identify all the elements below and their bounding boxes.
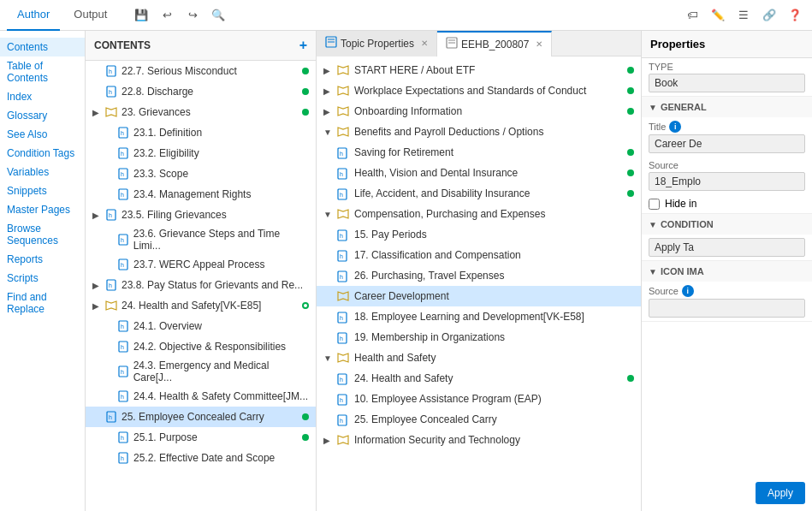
- nav-toc[interactable]: Table of Contents: [0, 56, 85, 87]
- expand-arrow[interactable]: ▶: [323, 107, 337, 116]
- tab-close-icon[interactable]: ✕: [536, 39, 542, 49]
- nav-snippets[interactable]: Snippets: [0, 181, 85, 200]
- list-item[interactable]: h 22.8. Discharge: [86, 81, 316, 102]
- file-icon: h: [104, 280, 118, 290]
- toc-item[interactable]: h 24. Health and Safety: [317, 368, 641, 389]
- main-layout: Contents Table of Contents Index Glossar…: [0, 31, 812, 511]
- nav-reports[interactable]: Reports: [0, 250, 85, 269]
- list-item[interactable]: h 24.2. Objective & Responsibilities: [86, 336, 316, 357]
- toc-item[interactable]: h 18. Employee Learning and Development[…: [317, 306, 641, 327]
- expand-arrow[interactable]: ▼: [323, 128, 337, 137]
- toc-item[interactable]: h 10. Employee Assistance Program (EAP): [317, 389, 641, 409]
- title-value[interactable]: Career De: [649, 134, 805, 153]
- redo-icon[interactable]: ↪: [182, 5, 203, 26]
- list-item[interactable]: h 23.3. Scope: [86, 163, 316, 184]
- toc-item[interactable]: h 25. Employee Concealed Carry: [317, 409, 641, 430]
- nav-glossary[interactable]: Glossary: [0, 106, 85, 125]
- undo-icon[interactable]: ↩: [157, 5, 177, 26]
- list-item[interactable]: h 23.2. Eligibility: [86, 143, 316, 163]
- svg-text:h: h: [109, 68, 112, 74]
- nav-find-replace[interactable]: Find and Replace: [0, 288, 85, 318]
- nav-index[interactable]: Index: [0, 87, 85, 106]
- list-item[interactable]: h 25.1. Purpose: [86, 427, 316, 448]
- list-item[interactable]: h 25. Employee Concealed Carry: [86, 407, 316, 427]
- toc-item[interactable]: ▶ START HERE / About ETF: [317, 60, 641, 80]
- expand-arrow[interactable]: ▶: [323, 436, 337, 445]
- save-icon[interactable]: 💾: [131, 5, 151, 26]
- help-icon[interactable]: ❓: [785, 5, 805, 26]
- list-item[interactable]: ▶ 24. Health and Safety[VK-E85]: [86, 295, 316, 316]
- file-icon: h: [337, 188, 351, 199]
- source-value[interactable]: 18_Emplo: [649, 172, 805, 191]
- nav-condition-tags[interactable]: Condition Tags: [0, 144, 85, 163]
- hide-in-checkbox[interactable]: [649, 199, 660, 210]
- status-dot: [627, 190, 634, 197]
- nav-contents[interactable]: Contents: [0, 38, 85, 56]
- list-item[interactable]: h 23.6. Grievance Steps and Time Limi...: [86, 225, 316, 254]
- book-icon: [337, 209, 351, 219]
- toc-label: 17. Classification and Compensation: [354, 249, 521, 261]
- toc-item[interactable]: h 19. Membership in Organizations: [317, 327, 641, 348]
- toc-item[interactable]: ▶ Onboarding Information: [317, 101, 641, 122]
- toc-item[interactable]: ▼ Compensation, Purchasing and Expenses: [317, 204, 641, 224]
- nav-scripts[interactable]: Scripts: [0, 269, 85, 288]
- apply-button[interactable]: Apply: [756, 482, 805, 504]
- nav-variables[interactable]: Variables: [0, 163, 85, 181]
- list-item[interactable]: h 23.1. Definition: [86, 122, 316, 143]
- edit-icon[interactable]: ✏️: [708, 5, 728, 26]
- condition-section-header[interactable]: ▼ CONDITION: [642, 214, 812, 235]
- expand-arrow[interactable]: ▼: [323, 210, 337, 219]
- list-item[interactable]: ▶ 23. Grievances: [86, 102, 316, 122]
- list-icon[interactable]: ☰: [733, 5, 754, 26]
- nav-browse-sequences[interactable]: Browse Sequences: [0, 219, 85, 250]
- icon-image-section-header[interactable]: ▼ ICON IMA: [642, 261, 812, 282]
- add-topic-button[interactable]: +: [299, 38, 307, 53]
- hide-in-row: Hide in: [642, 194, 812, 213]
- tab-output[interactable]: Output: [63, 0, 117, 31]
- link-icon[interactable]: 🔗: [759, 5, 779, 26]
- toc-item[interactable]: h 15. Pay Periods: [317, 224, 641, 245]
- tab-topic-properties[interactable]: Topic Properties ✕: [317, 31, 437, 56]
- toc-item[interactable]: ▼ Benefits and Payroll Deductions / Opti…: [317, 122, 641, 142]
- toc-item[interactable]: ▶ Workplace Expectations and Standards o…: [317, 80, 641, 101]
- list-item[interactable]: ▶ h 23.8. Pay Status for Grievants and R…: [86, 275, 316, 295]
- list-item[interactable]: h 24.3. Emergency and Medical Care[J...: [86, 357, 316, 386]
- list-item[interactable]: h 22.7. Serious Misconduct: [86, 61, 316, 81]
- tab-eehb[interactable]: EEHB_200807 ✕: [437, 31, 552, 56]
- expand-arrow[interactable]: ▶: [323, 66, 337, 75]
- toc-item[interactable]: h 26. Purchasing, Travel Expenses: [317, 265, 641, 286]
- icon-source-value[interactable]: [649, 299, 805, 318]
- svg-text:h: h: [340, 315, 343, 321]
- file-icon: h: [104, 210, 118, 220]
- expand-arrow[interactable]: ▼: [323, 354, 337, 363]
- nav-master-pages[interactable]: Master Pages: [0, 200, 85, 219]
- toc-item[interactable]: h 17. Classification and Compensation: [317, 245, 641, 265]
- item-label: 23. Grievances: [122, 106, 191, 118]
- expand-arrow[interactable]: ▶: [92, 211, 104, 220]
- item-label: 24.4. Health & Safety Committee[JM...: [133, 390, 308, 402]
- toc-item[interactable]: Career Development: [317, 286, 641, 306]
- general-section-header[interactable]: ▼ GENERAL: [642, 97, 812, 117]
- tab-close-icon[interactable]: ✕: [421, 39, 428, 48]
- list-item[interactable]: h 23.7. WERC Appeal Process: [86, 254, 316, 275]
- list-item[interactable]: ▶ h 23.5. Filing Grievances: [86, 205, 316, 225]
- toc-item[interactable]: ▼ Health and Safety: [317, 348, 641, 368]
- expand-arrow[interactable]: ▶: [92, 108, 104, 117]
- tag-icon[interactable]: 🏷: [682, 5, 702, 26]
- list-item[interactable]: h 25.2. Effective Date and Scope: [86, 448, 316, 468]
- toc-item[interactable]: h Health, Vision and Dental Insurance: [317, 163, 641, 183]
- list-item[interactable]: h 24.1. Overview: [86, 316, 316, 336]
- toc-item[interactable]: h Life, Accident, and Disability Insuran…: [317, 183, 641, 204]
- tab-author[interactable]: Author: [7, 0, 60, 31]
- file-icon: h: [337, 147, 351, 157]
- expand-arrow[interactable]: ▶: [92, 301, 104, 311]
- toc-item[interactable]: ▶ Information Security and Technology: [317, 430, 641, 450]
- toc-item[interactable]: h Saving for Retirement: [317, 142, 641, 163]
- item-label: 24.2. Objective & Responsibilities: [133, 341, 286, 353]
- list-item[interactable]: h 23.4. Management Rights: [86, 184, 316, 205]
- nav-see-also[interactable]: See Also: [0, 125, 85, 144]
- expand-arrow[interactable]: ▶: [323, 86, 337, 96]
- search-icon[interactable]: 🔍: [208, 5, 228, 26]
- expand-arrow[interactable]: ▶: [92, 281, 104, 290]
- list-item[interactable]: h 24.4. Health & Safety Committee[JM...: [86, 386, 316, 407]
